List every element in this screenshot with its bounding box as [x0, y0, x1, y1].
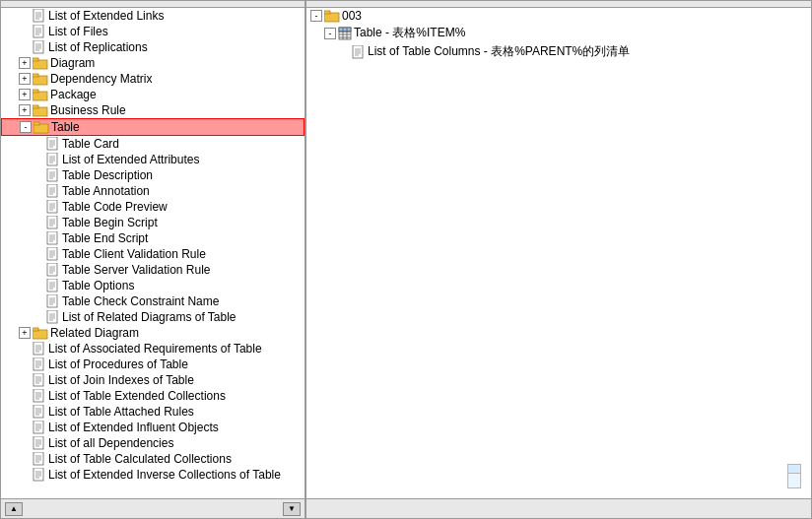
item-label: Package — [50, 88, 97, 101]
folder-icon — [324, 9, 340, 23]
svg-rect-60 — [47, 247, 57, 260]
item-label: Diagram — [50, 56, 95, 70]
item-label: Table Code Preview — [62, 200, 168, 214]
list-item[interactable]: List of Files — [1, 24, 304, 39]
item-label: List of all Dependencies — [48, 436, 173, 450]
left-panel-body[interactable]: List of Extended Links List of Files Lis… — [1, 8, 304, 498]
document-icon — [33, 9, 46, 23]
expand-icon[interactable]: + — [19, 73, 31, 85]
list-item[interactable]: Table Options — [1, 278, 304, 293]
list-item[interactable]: List of Extended Influent Objects — [1, 420, 304, 435]
svg-rect-20 — [33, 90, 38, 93]
list-item[interactable]: List of Associated Requirements of Table — [1, 341, 304, 357]
svg-rect-133 — [324, 11, 330, 14]
list-item[interactable]: - 003 — [306, 8, 811, 24]
document-icon — [46, 310, 60, 324]
svg-rect-107 — [34, 405, 43, 418]
document-icon — [33, 436, 46, 450]
svg-rect-135 — [339, 28, 351, 32]
list-item[interactable]: List of all Dependencies — [1, 435, 304, 451]
list-item[interactable]: List of Extended Inverse Collections of … — [1, 467, 304, 483]
svg-rect-65 — [47, 263, 57, 276]
collapse-icon[interactable]: - — [324, 28, 336, 39]
expand-icon[interactable]: + — [19, 327, 31, 339]
item-label: List of Extended Influent Objects — [48, 421, 219, 434]
list-item[interactable]: Table Annotation — [1, 183, 304, 199]
list-item[interactable]: List of Table Columns - 表格%PARENT%的列清单 — [306, 42, 811, 61]
document-icon — [46, 184, 60, 198]
list-item[interactable]: Table Code Preview — [1, 199, 304, 215]
item-label: Dependency Matrix — [50, 72, 152, 86]
svg-rect-112 — [34, 421, 43, 433]
svg-rect-40 — [47, 184, 57, 197]
document-icon — [33, 357, 46, 371]
main-container: List of Extended Links List of Files Lis… — [0, 0, 812, 519]
list-item[interactable]: List of Replications — [1, 39, 304, 55]
folder-icon — [33, 326, 48, 340]
list-item[interactable]: List of Table Calculated Collections — [1, 451, 304, 467]
item-label: Table Begin Script — [62, 216, 158, 229]
item-label: List of Replications — [48, 40, 148, 54]
svg-rect-80 — [47, 310, 57, 323]
svg-rect-45 — [47, 200, 57, 213]
list-item[interactable]: List of Join Indexes of Table — [1, 372, 304, 388]
item-label: Table Card — [62, 137, 119, 151]
svg-rect-22 — [33, 105, 38, 108]
folder-icon — [33, 103, 48, 117]
list-item[interactable]: Table Card — [1, 136, 304, 152]
svg-rect-30 — [47, 153, 57, 165]
svg-rect-50 — [47, 216, 57, 228]
list-item[interactable]: List of Table Attached Rules — [1, 404, 304, 420]
item-label: List of Procedures of Table — [48, 357, 188, 371]
svg-rect-10 — [34, 40, 43, 53]
expand-icon[interactable]: + — [19, 104, 31, 116]
watermark-logo — [787, 464, 801, 474]
item-label: Table Options — [62, 279, 134, 292]
svg-rect-35 — [47, 168, 57, 181]
list-item[interactable]: + Related Diagram — [1, 325, 304, 341]
item-label: Related Diagram — [50, 326, 139, 340]
document-icon — [46, 279, 60, 292]
item-label: List of Extended Links — [48, 9, 164, 23]
list-item[interactable]: - Table — [1, 118, 304, 136]
collapse-icon[interactable]: - — [20, 121, 32, 133]
svg-rect-86 — [33, 328, 38, 331]
svg-rect-18 — [33, 74, 38, 77]
list-item[interactable]: Table Client Validation Rule — [1, 246, 304, 262]
item-label: List of Extended Attributes — [62, 153, 199, 166]
list-item[interactable]: + Dependency Matrix — [1, 71, 304, 87]
list-item[interactable]: + Diagram — [1, 55, 304, 71]
document-icon — [33, 40, 46, 54]
collapse-icon[interactable]: - — [310, 10, 322, 22]
scroll-down-btn[interactable]: ▼ — [283, 502, 301, 516]
svg-rect-70 — [47, 279, 57, 292]
item-label: Table Annotation — [62, 184, 150, 198]
document-icon — [33, 405, 46, 419]
item-label: Table - 表格%ITEM% — [354, 25, 465, 41]
svg-rect-97 — [34, 373, 43, 386]
document-icon — [33, 373, 46, 387]
expand-icon[interactable]: + — [19, 89, 31, 100]
right-panel-body[interactable]: - 003- Table - 表格%ITEM% List of Table Co… — [306, 8, 811, 498]
list-item[interactable]: Table Check Constraint Name — [1, 293, 304, 309]
list-item[interactable]: Table Description — [1, 167, 304, 183]
item-label: List of Join Indexes of Table — [48, 373, 194, 387]
scroll-up-btn[interactable]: ▲ — [5, 502, 23, 516]
list-item[interactable]: Table Server Validation Rule — [1, 262, 304, 278]
list-item[interactable]: List of Extended Links — [1, 8, 304, 24]
list-item[interactable]: List of Extended Attributes — [1, 152, 304, 167]
document-icon — [33, 468, 46, 482]
item-label: 003 — [342, 9, 362, 23]
list-item[interactable]: + Business Rule — [1, 102, 304, 118]
list-item[interactable]: List of Related Diagrams of Table — [1, 309, 304, 325]
list-item[interactable]: - Table - 表格%ITEM% — [306, 24, 811, 42]
svg-rect-55 — [47, 231, 57, 244]
list-item[interactable]: Table End Script — [1, 230, 304, 246]
list-item[interactable]: List of Table Extended Collections — [1, 388, 304, 404]
list-item[interactable]: List of Procedures of Table — [1, 357, 304, 372]
item-label: Table Check Constraint Name — [62, 294, 219, 308]
list-item[interactable]: Table Begin Script — [1, 215, 304, 230]
expand-icon[interactable]: + — [19, 57, 31, 69]
list-item[interactable]: + Package — [1, 87, 304, 102]
document-icon — [46, 168, 60, 182]
